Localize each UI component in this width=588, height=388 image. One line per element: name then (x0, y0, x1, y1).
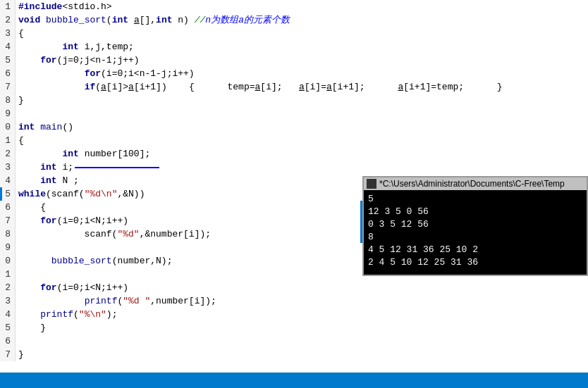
terminal-body: 5 12 3 5 0 56 0 3 5 12 56 8 4 5 12 31 36… (364, 190, 587, 275)
line-num-21: 1 (0, 268, 16, 281)
terminal-line-3: 0 3 5 12 56 (368, 218, 582, 231)
line-content-4: int i,j,temp; (16, 40, 588, 54)
terminal-line-2: 12 3 5 0 56 (368, 206, 582, 218)
terminal-titlebar: *C:\Users\Administrator\Documents\C-Free… (364, 177, 587, 190)
line-content-23: printf("%d ",number[i]); (16, 294, 588, 308)
line-content-24: printf("%\n"); (16, 308, 588, 321)
status-bar (0, 373, 588, 388)
code-line-10: 0 int main() (0, 120, 588, 134)
code-line-7: 7 if(a[i]>a[i+1]) { temp=a[i]; a[i]=a[i+… (0, 80, 588, 94)
line-num-16: 6 (0, 201, 16, 214)
line-content-8: } (16, 94, 588, 107)
line-num-11: 1 (0, 134, 16, 147)
code-line-13: 3 int i; (0, 161, 588, 174)
line-num-23: 3 (0, 294, 16, 308)
line-num-4: 4 (0, 40, 16, 54)
line-num-19: 9 (0, 241, 16, 254)
code-line-27: 7 } (0, 348, 588, 361)
terminal-title: *C:\Users\Administrator\Documents\C-Free… (379, 179, 565, 189)
line-num-22: 2 (0, 281, 16, 294)
line-num-18: 8 (0, 227, 16, 241)
line-content-9 (16, 107, 588, 120)
code-editor[interactable]: 1 #include<stdio.h> 2 void bubble_sort(i… (0, 0, 588, 373)
line-num-25: 5 (0, 321, 16, 334)
line-num-10: 0 (0, 120, 16, 134)
line-num-9: 9 (0, 107, 16, 120)
code-line-9: 9 (0, 107, 588, 120)
line-indicator-15 (0, 187, 2, 201)
code-line-22: 2 for(i=0;i<N;i++) (0, 281, 588, 294)
line-num-13: 3 (0, 161, 16, 174)
line-num-24: 4 (0, 308, 16, 321)
line-content-26 (16, 334, 588, 348)
line-content-6: for(i=0;i<n-1-j;i++) (16, 67, 588, 80)
code-line-5: 5 for(j=0;j<n-1;j++) (0, 54, 588, 67)
line-num-6: 6 (0, 67, 16, 80)
line-num-17: 7 (0, 214, 16, 227)
line-content-5: for(j=0;j<n-1;j++) (16, 54, 588, 67)
code-line-26: 6 (0, 334, 588, 348)
terminal-line-6: 2 4 5 10 12 25 31 36 (368, 256, 582, 269)
line-num-20: 0 (0, 254, 16, 268)
line-content-2: void bubble_sort(int a[],int n) //n为数组a的… (16, 13, 588, 27)
terminal-window[interactable]: *C:\Users\Administrator\Documents\C-Free… (362, 176, 588, 276)
line-content-25: } (16, 321, 588, 334)
line-content-22: for(i=0;i<N;i++) (16, 281, 588, 294)
line-num-7: 7 (0, 80, 16, 94)
line-content-1: #include<stdio.h> (16, 0, 588, 13)
code-line-11: 1 { (0, 134, 588, 147)
line-num-12: 2 (0, 147, 16, 161)
terminal-line-4: 8 (368, 231, 582, 244)
line-num-26: 6 (0, 334, 16, 348)
code-line-24: 4 printf("%\n"); (0, 308, 588, 321)
line-num-2: 2 (0, 13, 16, 27)
line-num-27: 7 (0, 348, 16, 361)
line-num-14: 4 (0, 174, 16, 187)
line-num-1: 1 (0, 0, 16, 13)
line-num-5: 5 (0, 54, 16, 67)
code-line-2: 2 void bubble_sort(int a[],int n) //n为数组… (0, 13, 588, 27)
line-content-10: int main() (16, 120, 588, 134)
code-line-8: 8 } (0, 94, 588, 107)
line-content-27: } (16, 348, 588, 361)
line-content-13: int i; (16, 161, 588, 174)
terminal-line-1: 5 (368, 193, 582, 206)
line-content-7: if(a[i]>a[i+1]) { temp=a[i]; a[i]=a[i+1]… (16, 80, 588, 94)
line-content-12: int number[100]; (16, 147, 588, 161)
code-line-6: 6 for(i=0;i<n-1-j;i++) (0, 67, 588, 80)
line-content-11: { (16, 134, 588, 147)
terminal-icon (367, 179, 376, 189)
code-line-25: 5 } (0, 321, 588, 334)
code-line-1: 1 #include<stdio.h> (0, 0, 588, 13)
line-content-3: { (16, 27, 588, 40)
line-num-15: 5 (0, 187, 16, 201)
terminal-line-5: 4 5 12 31 36 25 10 2 (368, 244, 582, 256)
code-line-3: 3 { (0, 27, 588, 40)
line-num-8: 8 (0, 94, 16, 107)
code-line-4: 4 int i,j,temp; (0, 40, 588, 54)
code-line-23: 3 printf("%d ",number[i]); (0, 294, 588, 308)
code-line-12: 2 int number[100]; (0, 147, 588, 161)
line-num-3: 3 (0, 27, 16, 40)
main-container: 1 #include<stdio.h> 2 void bubble_sort(i… (0, 0, 588, 373)
